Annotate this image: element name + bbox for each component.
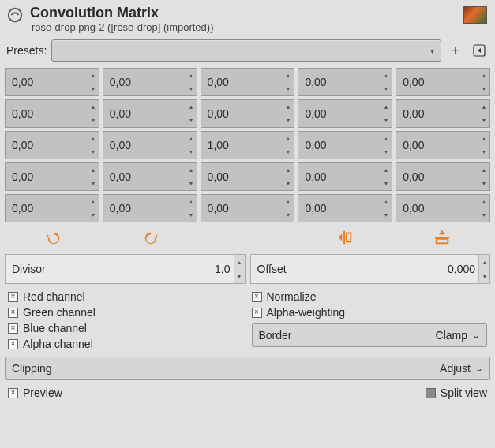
spin-up-icon[interactable]: ▴ [186,195,197,208]
spin-up-icon[interactable]: ▴ [283,163,294,177]
matrix-cell-3-0[interactable]: 0,00▴▾ [5,162,99,191]
matrix-cell-0-4[interactable]: 0,00▴▾ [396,68,490,96]
split-view-checkbox[interactable]: Split view [426,386,487,399]
blue-channel-checkbox[interactable]: ×Blue channel [8,322,244,334]
spin-down-icon[interactable]: ▾ [381,208,392,222]
spin-up-icon[interactable]: ▴ [478,100,489,114]
green-channel-checkbox[interactable]: ×Green channel [8,306,244,319]
spin-up-icon[interactable]: ▴ [186,100,197,114]
alpha-weighting-checkbox[interactable]: ×Alpha-weighting [252,306,488,319]
offset-value: 0,000 [287,263,478,275]
matrix-cell-1-2[interactable]: 0,00▴▾ [201,99,295,128]
spin-down-icon[interactable]: ▾ [479,269,489,283]
red-channel-checkbox[interactable]: ×Red channel [8,290,244,303]
spin-up-icon[interactable]: ▴ [186,132,197,145]
alpha-channel-checkbox[interactable]: ×Alpha channel [8,338,244,350]
spin-down-icon[interactable]: ▾ [283,145,294,159]
matrix-cell-4-3[interactable]: 0,00▴▾ [298,194,392,222]
spin-down-icon[interactable]: ▾ [283,82,294,95]
spin-down-icon[interactable]: ▾ [478,145,489,159]
matrix-cell-1-3[interactable]: 0,00▴▾ [298,99,392,128]
spin-up-icon[interactable]: ▴ [186,163,197,177]
add-preset-button[interactable]: + [446,41,465,60]
svg-rect-4 [436,239,448,244]
spin-down-icon[interactable]: ▾ [381,114,392,127]
spin-down-icon[interactable]: ▾ [186,208,197,222]
spin-down-icon[interactable]: ▾ [283,177,294,190]
spin-up-icon[interactable]: ▴ [283,132,294,145]
spin-up-icon[interactable]: ▴ [381,69,392,82]
normalize-checkbox[interactable]: ×Normalize [252,290,488,303]
clipping-dropdown[interactable]: Clipping Adjust ⌄ [5,357,490,380]
matrix-cell-0-1[interactable]: 0,00▴▾ [103,68,197,96]
spin-up-icon[interactable]: ▴ [381,132,392,145]
spin-down-icon[interactable]: ▾ [381,177,392,190]
spin-up-icon[interactable]: ▴ [88,69,99,82]
matrix-cell-1-1[interactable]: 0,00▴▾ [103,99,197,128]
matrix-cell-3-1[interactable]: 0,00▴▾ [103,162,197,191]
spin-down-icon[interactable]: ▾ [88,145,99,159]
spin-up-icon[interactable]: ▴ [234,255,245,269]
spin-down-icon[interactable]: ▾ [186,145,197,159]
matrix-cell-4-0[interactable]: 0,00▴▾ [5,194,99,222]
spin-down-icon[interactable]: ▾ [381,145,392,159]
spin-up-icon[interactable]: ▴ [283,69,294,82]
matrix-cell-3-4[interactable]: 0,00▴▾ [396,162,490,191]
spin-down-icon[interactable]: ▾ [88,177,99,190]
presets-combo[interactable]: ▾ [51,39,441,62]
undo-button[interactable] [5,229,102,246]
matrix-cell-3-3[interactable]: 0,00▴▾ [298,162,392,191]
matrix-cell-2-2[interactable]: 1,00▴▾ [201,131,295,159]
spin-up-icon[interactable]: ▴ [88,163,99,177]
spin-down-icon[interactable]: ▾ [283,114,294,127]
matrix-cell-2-4[interactable]: 0,00▴▾ [396,131,490,159]
matrix-cell-3-2[interactable]: 0,00▴▾ [201,162,295,191]
center-button[interactable] [393,229,490,246]
spin-up-icon[interactable]: ▴ [283,195,294,208]
spin-down-icon[interactable]: ▾ [186,114,197,127]
spin-up-icon[interactable]: ▴ [88,100,99,114]
spin-up-icon[interactable]: ▴ [186,69,197,82]
spin-down-icon[interactable]: ▾ [186,82,197,95]
matrix-cell-4-4[interactable]: 0,00▴▾ [396,194,490,222]
spin-up-icon[interactable]: ▴ [478,195,489,208]
spin-up-icon[interactable]: ▴ [381,195,392,208]
spin-up-icon[interactable]: ▴ [381,100,392,114]
preset-menu-button[interactable] [470,41,489,60]
preview-checkbox[interactable]: ×Preview [8,386,62,399]
spin-up-icon[interactable]: ▴ [283,100,294,114]
spin-down-icon[interactable]: ▾ [88,82,99,95]
matrix-cell-0-3[interactable]: 0,00▴▾ [298,68,392,96]
divisor-field[interactable]: Divisor 1,0 ▴▾ [5,254,246,284]
spin-down-icon[interactable]: ▾ [478,114,489,127]
spin-up-icon[interactable]: ▴ [478,132,489,145]
matrix-cell-4-1[interactable]: 0,00▴▾ [103,194,197,222]
spin-down-icon[interactable]: ▾ [478,177,489,190]
spin-down-icon[interactable]: ▾ [186,177,197,190]
matrix-cell-1-4[interactable]: 0,00▴▾ [396,99,490,128]
matrix-cell-0-0[interactable]: 0,00▴▾ [5,68,99,96]
spin-up-icon[interactable]: ▴ [88,132,99,145]
spin-down-icon[interactable]: ▾ [478,208,489,222]
spin-down-icon[interactable]: ▾ [88,208,99,222]
matrix-cell-2-0[interactable]: 0,00▴▾ [5,131,99,159]
border-dropdown[interactable]: Border Clamp ⌄ [252,323,488,347]
matrix-cell-1-0[interactable]: 0,00▴▾ [5,99,99,128]
spin-up-icon[interactable]: ▴ [88,195,99,208]
spin-up-icon[interactable]: ▴ [478,69,489,82]
spin-down-icon[interactable]: ▾ [283,208,294,222]
spin-up-icon[interactable]: ▴ [478,163,489,177]
spin-down-icon[interactable]: ▾ [234,269,245,283]
spin-up-icon[interactable]: ▴ [479,255,489,269]
matrix-cell-4-2[interactable]: 0,00▴▾ [201,194,295,222]
spin-down-icon[interactable]: ▾ [478,82,489,95]
spin-down-icon[interactable]: ▾ [381,82,392,95]
matrix-cell-0-2[interactable]: 0,00▴▾ [201,68,295,96]
redo-button[interactable] [102,229,199,246]
matrix-cell-2-3[interactable]: 0,00▴▾ [298,131,392,159]
matrix-cell-2-1[interactable]: 0,00▴▾ [103,131,197,159]
spin-down-icon[interactable]: ▾ [88,114,99,127]
offset-field[interactable]: Offset 0,000 ▴▾ [250,254,491,284]
flip-button[interactable] [296,229,393,246]
spin-up-icon[interactable]: ▴ [381,163,392,177]
